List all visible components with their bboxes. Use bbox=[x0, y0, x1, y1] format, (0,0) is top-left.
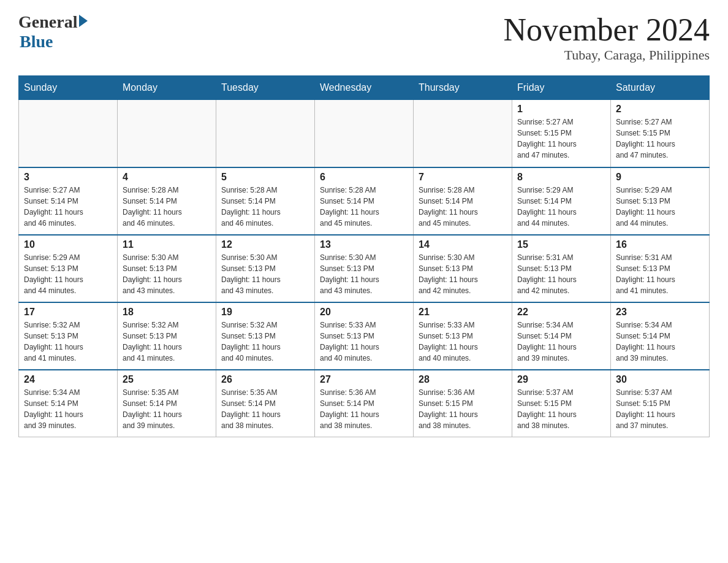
day-info: Sunrise: 5:36 AMSunset: 5:14 PMDaylight:… bbox=[320, 387, 408, 431]
calendar-cell: 11Sunrise: 5:30 AMSunset: 5:13 PMDayligh… bbox=[118, 235, 216, 302]
day-number: 25 bbox=[123, 374, 211, 385]
day-info: Sunrise: 5:31 AMSunset: 5:13 PMDaylight:… bbox=[616, 252, 704, 296]
day-number: 9 bbox=[616, 172, 704, 183]
header-tuesday: Tuesday bbox=[216, 76, 315, 100]
page-header: General Blue November 2024 Tubay, Caraga… bbox=[18, 12, 710, 63]
day-info: Sunrise: 5:31 AMSunset: 5:13 PMDaylight:… bbox=[517, 252, 605, 296]
day-number: 6 bbox=[320, 172, 408, 183]
day-info: Sunrise: 5:34 AMSunset: 5:14 PMDaylight:… bbox=[24, 387, 112, 431]
header-thursday: Thursday bbox=[414, 76, 512, 100]
calendar-cell: 5Sunrise: 5:28 AMSunset: 5:14 PMDaylight… bbox=[216, 167, 315, 235]
day-info: Sunrise: 5:34 AMSunset: 5:14 PMDaylight:… bbox=[616, 320, 704, 364]
day-info: Sunrise: 5:37 AMSunset: 5:15 PMDaylight:… bbox=[616, 387, 704, 431]
day-info: Sunrise: 5:32 AMSunset: 5:13 PMDaylight:… bbox=[123, 320, 211, 364]
calendar-cell: 13Sunrise: 5:30 AMSunset: 5:13 PMDayligh… bbox=[315, 235, 414, 302]
calendar-row-3: 10Sunrise: 5:29 AMSunset: 5:13 PMDayligh… bbox=[19, 235, 710, 302]
day-number: 24 bbox=[24, 374, 112, 385]
day-number: 1 bbox=[517, 104, 605, 115]
calendar-cell: 6Sunrise: 5:28 AMSunset: 5:14 PMDaylight… bbox=[315, 167, 414, 235]
day-number: 30 bbox=[616, 374, 704, 385]
location-subtitle: Tubay, Caraga, Philippines bbox=[504, 47, 710, 63]
day-info: Sunrise: 5:30 AMSunset: 5:13 PMDaylight:… bbox=[123, 252, 211, 296]
calendar-cell: 12Sunrise: 5:30 AMSunset: 5:13 PMDayligh… bbox=[216, 235, 315, 302]
calendar-cell: 21Sunrise: 5:33 AMSunset: 5:13 PMDayligh… bbox=[414, 302, 512, 370]
day-number: 28 bbox=[419, 374, 507, 385]
day-number: 8 bbox=[517, 172, 605, 183]
day-info: Sunrise: 5:37 AMSunset: 5:15 PMDaylight:… bbox=[517, 387, 605, 431]
calendar-cell: 22Sunrise: 5:34 AMSunset: 5:14 PMDayligh… bbox=[512, 302, 611, 370]
calendar-cell: 20Sunrise: 5:33 AMSunset: 5:13 PMDayligh… bbox=[315, 302, 414, 370]
calendar-cell: 15Sunrise: 5:31 AMSunset: 5:13 PMDayligh… bbox=[512, 235, 611, 302]
day-info: Sunrise: 5:32 AMSunset: 5:13 PMDaylight:… bbox=[221, 320, 309, 364]
day-number: 11 bbox=[123, 239, 211, 250]
day-number: 27 bbox=[320, 374, 408, 385]
calendar-cell bbox=[315, 100, 414, 167]
day-info: Sunrise: 5:34 AMSunset: 5:14 PMDaylight:… bbox=[517, 320, 605, 364]
day-info: Sunrise: 5:30 AMSunset: 5:13 PMDaylight:… bbox=[419, 252, 507, 296]
calendar-cell bbox=[19, 100, 118, 167]
day-number: 12 bbox=[221, 239, 309, 250]
logo-arrow-icon bbox=[79, 15, 88, 27]
day-info: Sunrise: 5:29 AMSunset: 5:14 PMDaylight:… bbox=[517, 185, 605, 229]
day-info: Sunrise: 5:33 AMSunset: 5:13 PMDaylight:… bbox=[320, 320, 408, 364]
day-info: Sunrise: 5:32 AMSunset: 5:13 PMDaylight:… bbox=[24, 320, 112, 364]
day-number: 3 bbox=[24, 172, 112, 183]
day-number: 18 bbox=[123, 307, 211, 318]
day-number: 16 bbox=[616, 239, 704, 250]
day-number: 20 bbox=[320, 307, 408, 318]
day-number: 4 bbox=[123, 172, 211, 183]
day-info: Sunrise: 5:28 AMSunset: 5:14 PMDaylight:… bbox=[419, 185, 507, 229]
calendar-cell bbox=[118, 100, 216, 167]
day-number: 10 bbox=[24, 239, 112, 250]
calendar-row-4: 17Sunrise: 5:32 AMSunset: 5:13 PMDayligh… bbox=[19, 302, 710, 370]
day-number: 21 bbox=[419, 307, 507, 318]
day-info: Sunrise: 5:28 AMSunset: 5:14 PMDaylight:… bbox=[123, 185, 211, 229]
calendar-row-1: 1Sunrise: 5:27 AMSunset: 5:15 PMDaylight… bbox=[19, 100, 710, 167]
header-row: Sunday Monday Tuesday Wednesday Thursday… bbox=[19, 76, 710, 100]
header-saturday: Saturday bbox=[611, 76, 710, 100]
day-number: 17 bbox=[24, 307, 112, 318]
calendar-cell: 14Sunrise: 5:30 AMSunset: 5:13 PMDayligh… bbox=[414, 235, 512, 302]
calendar-cell: 9Sunrise: 5:29 AMSunset: 5:13 PMDaylight… bbox=[611, 167, 710, 235]
calendar-cell: 25Sunrise: 5:35 AMSunset: 5:14 PMDayligh… bbox=[118, 370, 216, 437]
calendar-cell: 8Sunrise: 5:29 AMSunset: 5:14 PMDaylight… bbox=[512, 167, 611, 235]
day-number: 15 bbox=[517, 239, 605, 250]
header-friday: Friday bbox=[512, 76, 611, 100]
header-wednesday: Wednesday bbox=[315, 76, 414, 100]
day-info: Sunrise: 5:35 AMSunset: 5:14 PMDaylight:… bbox=[123, 387, 211, 431]
calendar-cell: 16Sunrise: 5:31 AMSunset: 5:13 PMDayligh… bbox=[611, 235, 710, 302]
day-number: 23 bbox=[616, 307, 704, 318]
day-number: 29 bbox=[517, 374, 605, 385]
day-info: Sunrise: 5:29 AMSunset: 5:13 PMDaylight:… bbox=[24, 252, 112, 296]
day-number: 5 bbox=[221, 172, 309, 183]
calendar-cell: 19Sunrise: 5:32 AMSunset: 5:13 PMDayligh… bbox=[216, 302, 315, 370]
calendar-cell: 24Sunrise: 5:34 AMSunset: 5:14 PMDayligh… bbox=[19, 370, 118, 437]
calendar-cell: 27Sunrise: 5:36 AMSunset: 5:14 PMDayligh… bbox=[315, 370, 414, 437]
day-number: 26 bbox=[221, 374, 309, 385]
day-info: Sunrise: 5:36 AMSunset: 5:15 PMDaylight:… bbox=[419, 387, 507, 431]
logo: General Blue bbox=[18, 12, 88, 52]
calendar-cell: 29Sunrise: 5:37 AMSunset: 5:15 PMDayligh… bbox=[512, 370, 611, 437]
calendar-cell bbox=[216, 100, 315, 167]
calendar-cell: 3Sunrise: 5:27 AMSunset: 5:14 PMDaylight… bbox=[19, 167, 118, 235]
day-info: Sunrise: 5:30 AMSunset: 5:13 PMDaylight:… bbox=[320, 252, 408, 296]
day-number: 13 bbox=[320, 239, 408, 250]
day-info: Sunrise: 5:29 AMSunset: 5:13 PMDaylight:… bbox=[616, 185, 704, 229]
calendar-cell: 10Sunrise: 5:29 AMSunset: 5:13 PMDayligh… bbox=[19, 235, 118, 302]
day-number: 7 bbox=[419, 172, 507, 183]
day-info: Sunrise: 5:27 AMSunset: 5:15 PMDaylight:… bbox=[616, 117, 704, 161]
calendar-cell: 30Sunrise: 5:37 AMSunset: 5:15 PMDayligh… bbox=[611, 370, 710, 437]
calendar-table: Sunday Monday Tuesday Wednesday Thursday… bbox=[18, 75, 710, 437]
calendar-row-5: 24Sunrise: 5:34 AMSunset: 5:14 PMDayligh… bbox=[19, 370, 710, 437]
day-info: Sunrise: 5:30 AMSunset: 5:13 PMDaylight:… bbox=[221, 252, 309, 296]
day-info: Sunrise: 5:28 AMSunset: 5:14 PMDaylight:… bbox=[320, 185, 408, 229]
title-area: November 2024 Tubay, Caraga, Philippines bbox=[504, 12, 710, 63]
header-monday: Monday bbox=[118, 76, 216, 100]
logo-general-text: General bbox=[18, 12, 77, 32]
calendar-cell: 7Sunrise: 5:28 AMSunset: 5:14 PMDaylight… bbox=[414, 167, 512, 235]
calendar-cell bbox=[414, 100, 512, 167]
day-number: 2 bbox=[616, 104, 704, 115]
day-info: Sunrise: 5:35 AMSunset: 5:14 PMDaylight:… bbox=[221, 387, 309, 431]
calendar-cell: 18Sunrise: 5:32 AMSunset: 5:13 PMDayligh… bbox=[118, 302, 216, 370]
calendar-row-2: 3Sunrise: 5:27 AMSunset: 5:14 PMDaylight… bbox=[19, 167, 710, 235]
